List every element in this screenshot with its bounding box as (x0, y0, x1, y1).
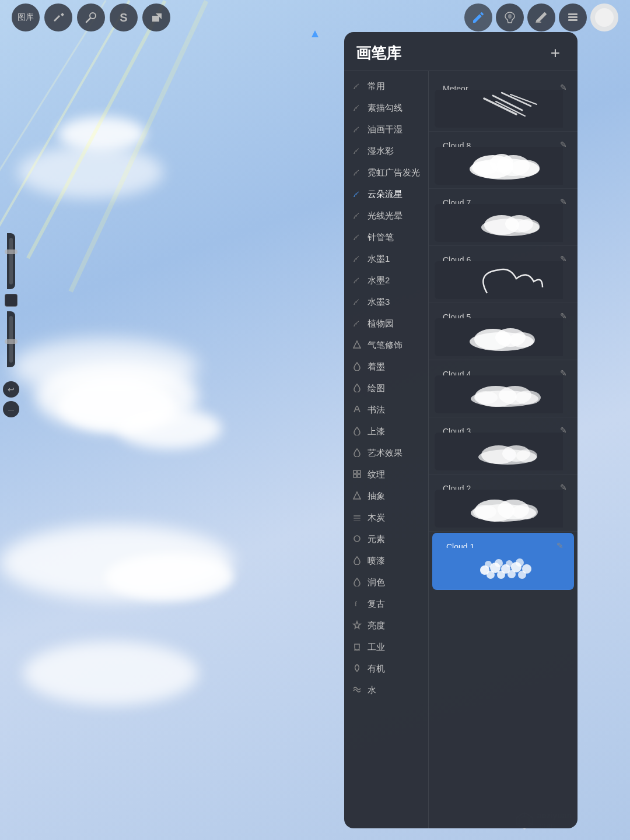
category-label-17: 艺术效果 (368, 448, 402, 459)
layers-tool-button[interactable] (559, 3, 587, 31)
category-item-22[interactable]: 喷漆 (344, 550, 428, 572)
category-label-1: 素描勾线 (368, 103, 402, 114)
svg-marker-2 (152, 13, 162, 22)
brush-item-5[interactable]: Cloud 4 ✎ (429, 360, 578, 417)
category-item-19[interactable]: 抽象 (344, 486, 428, 507)
brush-panel: 画笔库 + 常用 素描勾线 油画干湿 湿水彩 霓虹广告发光 云朵流星 光线光晕 … (344, 32, 578, 828)
brush-item-7[interactable]: Cloud 2 ✎ (429, 475, 578, 532)
brush-item-3[interactable]: Cloud 6 ✎ (429, 246, 578, 303)
brush-tool-button[interactable] (464, 3, 492, 31)
category-item-4[interactable]: 霓虹广告发光 (344, 162, 428, 184)
svg-point-75 (506, 560, 513, 567)
category-label-13: 着墨 (368, 361, 385, 372)
category-item-11[interactable]: 植物园 (344, 313, 428, 335)
svg-point-51 (474, 391, 498, 404)
transform-button[interactable] (142, 3, 170, 31)
category-item-17[interactable]: 艺术效果 (344, 442, 428, 464)
category-item-2[interactable]: 油画干湿 (344, 119, 428, 140)
svg-rect-17 (354, 520, 360, 521)
category-label-18: 纹理 (368, 469, 385, 480)
category-item-13[interactable]: 着墨 (344, 356, 428, 378)
category-item-15[interactable]: 书法 (344, 399, 428, 421)
size-slider[interactable] (9, 316, 13, 363)
brush-item-2[interactable]: Cloud 7 ✎ (429, 189, 578, 246)
brush-item-1[interactable]: Cloud 8 ✎ (429, 132, 578, 189)
category-item-24[interactable]: f 复古 (344, 593, 428, 615)
brush-item-6[interactable]: Cloud 3 ✎ (429, 417, 578, 475)
color-tool-button[interactable] (590, 3, 618, 31)
svg-point-69 (487, 571, 495, 579)
category-item-12[interactable]: 气笔修饰 (344, 335, 428, 356)
brush-list: Meteor ✎ Cloud 8 ✎ (429, 71, 578, 828)
category-item-20[interactable]: 木炭 (344, 507, 428, 529)
category-item-10[interactable]: 水墨3 (344, 291, 428, 313)
smudge-tool-button[interactable] (496, 3, 524, 31)
adjust-button[interactable] (77, 3, 105, 31)
svg-rect-40 (435, 261, 563, 299)
gallery-button[interactable]: 图库 (12, 3, 40, 31)
panel-title: 画笔库 (356, 43, 401, 64)
color-swatch[interactable] (5, 294, 18, 307)
opacity-slider-handle[interactable] (5, 249, 18, 254)
smudge-button[interactable]: S (110, 3, 138, 31)
category-label-3: 湿水彩 (368, 146, 394, 157)
panel-content: 常用 素描勾线 油画干湿 湿水彩 霓虹广告发光 云朵流星 光线光晕 针管笔 水墨… (344, 71, 578, 828)
category-list: 常用 素描勾线 油画干湿 湿水彩 霓虹广告发光 云朵流星 光线光晕 针管笔 水墨… (344, 71, 429, 828)
settings-button[interactable] (44, 3, 72, 31)
undo-button[interactable]: ↩ (3, 381, 19, 398)
category-label-28: 水 (368, 685, 376, 696)
category-label-25: 亮度 (368, 620, 385, 631)
category-item-8[interactable]: 水墨1 (344, 248, 428, 270)
opacity-slider[interactable] (9, 238, 13, 284)
category-item-25[interactable]: 亮度 (344, 615, 428, 637)
category-label-21: 元素 (368, 534, 385, 545)
size-slider-handle[interactable] (5, 339, 18, 344)
category-icon-25 (351, 620, 363, 631)
svg-marker-14 (354, 492, 360, 499)
svg-marker-20 (354, 621, 360, 628)
gallery-label: 图库 (18, 12, 34, 23)
brush-preview-7 (435, 490, 572, 528)
category-item-0[interactable]: 常用 (344, 76, 428, 97)
category-item-3[interactable]: 湿水彩 (344, 140, 428, 162)
category-label-26: 工业 (368, 642, 385, 653)
category-item-6[interactable]: 光线光晕 (344, 205, 428, 227)
brush-item-4[interactable]: Cloud 5 ✎ (429, 303, 578, 360)
category-item-18[interactable]: 纹理 (344, 464, 428, 486)
category-item-1[interactable]: 素描勾线 (344, 97, 428, 119)
category-icon-7 (351, 232, 363, 243)
category-icon-5 (351, 189, 363, 200)
opacity-slider-panel (7, 233, 15, 289)
category-item-7[interactable]: 针管笔 (344, 227, 428, 248)
category-icon-26 (351, 642, 363, 653)
brush-item-8[interactable]: Cloud 1 ✎ (432, 533, 574, 590)
category-item-5[interactable]: 云朵流星 (344, 184, 428, 205)
svg-rect-15 (354, 515, 360, 516)
svg-marker-8 (354, 341, 360, 348)
add-brush-button[interactable]: + (545, 43, 566, 64)
category-item-27[interactable]: 有机 (344, 658, 428, 680)
brush-item-0[interactable]: Meteor ✎ (429, 75, 578, 132)
category-icon-18 (351, 469, 363, 480)
category-item-26[interactable]: 工业 (344, 637, 428, 658)
category-item-9[interactable]: 水墨2 (344, 270, 428, 291)
category-item-28[interactable]: 水 (344, 680, 428, 701)
category-item-16[interactable]: 上漆 (344, 421, 428, 442)
category-icon-2 (351, 124, 363, 135)
brush-preview-6 (435, 433, 572, 470)
category-item-21[interactable]: 元素 (344, 529, 428, 550)
category-label-23: 润色 (368, 577, 385, 588)
category-label-0: 常用 (368, 81, 385, 92)
category-label-14: 绘图 (368, 383, 385, 394)
category-item-14[interactable]: 绘图 (344, 378, 428, 399)
svg-rect-6 (568, 16, 578, 18)
category-icon-19 (351, 491, 363, 502)
svg-point-34 (490, 154, 513, 173)
svg-point-39 (516, 219, 540, 233)
redo-button[interactable]: — (3, 401, 19, 417)
toolbar-left: 图库 S (12, 3, 170, 31)
eraser-tool-button[interactable] (527, 3, 555, 31)
svg-rect-5 (568, 13, 578, 15)
category-icon-27 (351, 663, 363, 674)
category-item-23[interactable]: 润色 (344, 572, 428, 593)
